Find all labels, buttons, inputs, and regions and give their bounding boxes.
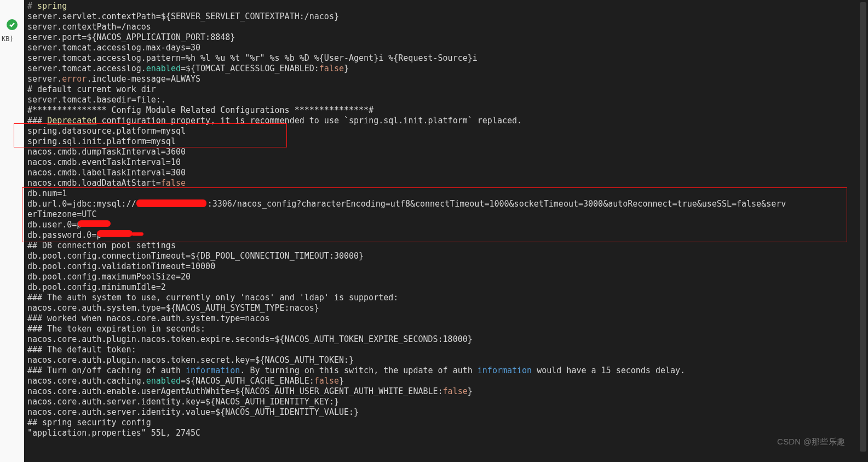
code-line: nacos.core.auth.caching.enabled=${NACOS_…	[27, 376, 868, 386]
code-line: server.port=${NACOS_APPLICATION_PORT:884…	[27, 32, 868, 43]
code-line: ### Deprecated configuration property, i…	[27, 116, 868, 126]
code-line: db.pool.config.minimumIdle=2	[27, 282, 868, 293]
code-line: ### worked when nacos.core.auth.system.t…	[27, 313, 868, 324]
code-editor[interactable]: # spring server.servlet.contextPath=${SE…	[24, 0, 868, 462]
left-gutter: KB)	[0, 0, 24, 462]
redacted-user	[78, 220, 111, 227]
code-line: server.contextPath=/nacos	[27, 22, 868, 32]
code-line: server.tomcat.accesslog.enabled=${TOMCAT…	[27, 64, 868, 74]
code-line: # default current work dir	[27, 84, 868, 95]
code-line: ### The auth system to use, currently on…	[27, 293, 868, 303]
redacted-password	[97, 230, 133, 237]
code-line: nacos.core.auth.server.identity.key=${NA…	[27, 397, 868, 407]
code-line: server.error.include-message=ALWAYS	[27, 74, 868, 84]
code-line: ## spring security config	[27, 418, 868, 428]
app-root: KB) # spring server.servlet.contextPath=…	[0, 0, 868, 462]
code-line: spring.sql.init.platform=mysql	[27, 136, 868, 147]
code-line: nacos.cmdb.labelTaskInterval=300	[27, 168, 868, 178]
code-line: nacos.core.auth.plugin.nacos.token.expir…	[27, 334, 868, 345]
code-line: nacos.core.auth.plugin.nacos.token.secre…	[27, 355, 868, 366]
vertical-scrollbar[interactable]	[859, 1, 867, 461]
code-line: spring.datasource.platform=mysql	[27, 126, 868, 136]
scrollbar-thumb[interactable]	[860, 2, 866, 452]
code-line: db.pool.config.connectionTimeout=${DB_PO…	[27, 251, 868, 261]
redacted-password-2	[131, 232, 143, 236]
code-line: ### The token expiration in seconds:	[27, 324, 868, 334]
size-kb-label: KB)	[2, 34, 14, 44]
code-line: server.servlet.contextPath=${SERVER_SERV…	[27, 12, 868, 22]
code-line: server.tomcat.accesslog.pattern=%h %l %u…	[27, 53, 868, 64]
code-line: db.user.0=p	[27, 220, 868, 230]
code-line: server.tomcat.accesslog.max-days=30	[27, 43, 868, 53]
code-line: erTimezone=UTC	[27, 209, 868, 220]
code-line: nacos.cmdb.dumpTaskInterval=3600	[27, 147, 868, 157]
code-line: db.num=1	[27, 189, 868, 199]
code-line: nacos.core.auth.server.identity.value=${…	[27, 407, 868, 418]
code-line: nacos.cmdb.loadDataAtStart=false	[27, 178, 868, 189]
code-line: nacos.core.auth.enable.userAgentAuthWhit…	[27, 386, 868, 397]
code-line: db.pool.config.validationTimeout=10000	[27, 261, 868, 272]
code-line: db.password.0=p	[27, 230, 868, 241]
code-line: server.tomcat.basedir=file:.	[27, 95, 868, 105]
code-line: # spring	[27, 1, 868, 12]
code-line: "application.properties" 55L, 2745C	[27, 428, 868, 438]
code-line: nacos.cmdb.eventTaskInterval=10	[27, 157, 868, 168]
code-line: nacos.core.auth.system.type=${NACOS_AUTH…	[27, 303, 868, 313]
code-line: ### Turn on/off caching of auth informat…	[27, 366, 868, 376]
code-line: ## DB connection pool settings	[27, 241, 868, 251]
code-line: ### The default token:	[27, 345, 868, 355]
code-line: db.pool.config.maximumPoolSize=20	[27, 272, 868, 282]
status-ok-icon	[7, 19, 18, 30]
watermark: CSDN @那些乐趣	[777, 436, 845, 447]
redacted-ip	[136, 199, 206, 207]
code-line: #*************** Config Module Related C…	[27, 105, 868, 116]
